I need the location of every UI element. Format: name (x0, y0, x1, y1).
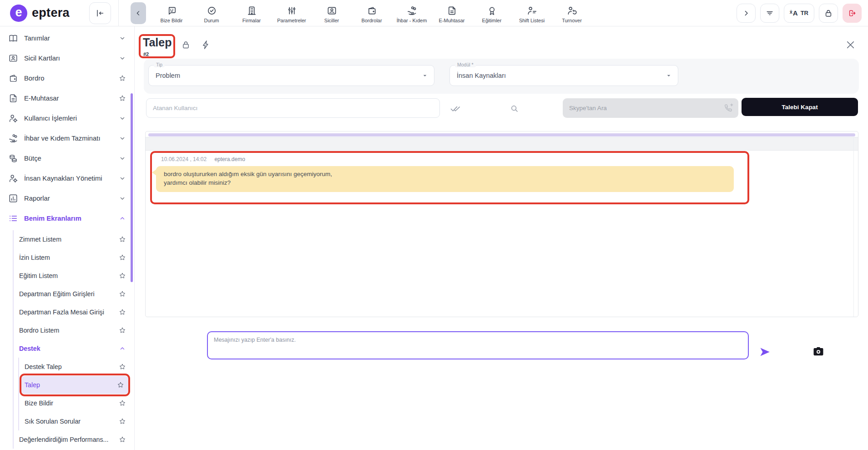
sidebar-item-bordro[interactable]: Bordro (0, 68, 134, 88)
chevron-down-icon[interactable] (119, 35, 126, 42)
menu-item-parametreler[interactable]: Parametreler (272, 3, 312, 23)
chat-face-icon (167, 5, 177, 16)
chat-scrollbar-track[interactable] (853, 137, 854, 317)
sidebar-item-departman-egitim-girisleri[interactable]: Departman Eğitim Girişleri (14, 285, 134, 303)
star-icon[interactable] (119, 95, 126, 102)
assigned-user-input[interactable] (146, 99, 439, 117)
star-icon[interactable] (119, 254, 126, 261)
star-icon[interactable] (119, 308, 126, 316)
menu-item-siciller[interactable]: Siciller (312, 3, 352, 23)
logout-icon (848, 9, 857, 18)
chevron-up-icon[interactable] (119, 215, 126, 222)
lock-icon[interactable] (181, 40, 191, 50)
logout-button[interactable] (843, 4, 862, 23)
sidebar-item-egitim-listem[interactable]: Eğitim Listem (14, 267, 134, 285)
star-icon[interactable] (119, 290, 126, 298)
star-icon[interactable] (119, 236, 126, 243)
panel-accent-bar (148, 133, 855, 137)
send-icon[interactable] (759, 346, 771, 358)
chevron-down-icon[interactable] (119, 175, 126, 182)
wallet-icon (8, 73, 18, 83)
search-icon[interactable] (510, 104, 519, 113)
menu-item-turnover[interactable]: Turnover (552, 3, 592, 23)
sidebar-item-departman-fazla-mesai-girisi[interactable]: Departman Fazla Mesai Girişi (14, 303, 134, 321)
id-card-icon (8, 53, 18, 63)
chevron-down-icon[interactable] (119, 115, 126, 122)
chevron-down-icon[interactable] (119, 195, 126, 202)
message-input[interactable] (208, 332, 748, 359)
double-check-icon[interactable] (450, 103, 461, 114)
award-icon (487, 5, 497, 16)
menu-item-e-muhtasar[interactable]: E-Muhtasar (432, 3, 472, 23)
phone-plus-icon (723, 103, 733, 113)
chevron-down-icon (665, 72, 672, 79)
star-icon[interactable] (119, 75, 126, 82)
sidebar-item-talep[interactable]: Talep (21, 376, 129, 394)
sidebar-item-bize-bildir[interactable]: Bize Bildir (19, 394, 134, 412)
language-button[interactable]: ẋA TR (784, 4, 814, 23)
hand-coins-icon (407, 5, 417, 16)
star-icon[interactable] (119, 399, 126, 407)
menu-item-egitimler[interactable]: Eğitimler (472, 3, 512, 23)
menu-scroll-left-button[interactable] (131, 2, 146, 24)
menu-item-bize-bildir[interactable]: Bize Bildir (151, 3, 192, 23)
star-icon[interactable] (119, 436, 126, 443)
menu-item-ihbar-kidem[interactable]: İhbar - Kıdem (392, 3, 432, 23)
coins-icon (8, 153, 18, 163)
sidebar-item-benim-ekranlarim[interactable]: Benim Ekranlarım (0, 208, 134, 228)
sidebar-item-zimmet-listem[interactable]: Zimmet Listem (14, 230, 134, 248)
sidebar-item-kullanici-islemleri[interactable]: Kullanıcı İşlemleri (0, 108, 134, 128)
sidebar-item-tanimlar[interactable]: Tanımlar (0, 28, 134, 48)
document-icon (8, 93, 18, 103)
menu-item-firmalar[interactable]: Firmalar (232, 3, 272, 23)
toolbar-right-actions: ẋA TR (737, 4, 868, 23)
menu-item-durum[interactable]: Durum (192, 3, 232, 23)
star-icon[interactable] (119, 327, 126, 334)
tip-select[interactable]: Tip Problem (148, 65, 434, 86)
my-screens-group: Zimmet Listem İzin Listem Eğitim Listem … (13, 230, 134, 449)
list-icon (8, 213, 18, 223)
modul-select[interactable]: Modül * İnsan Kaynakları (449, 65, 678, 86)
star-icon[interactable] (119, 418, 126, 425)
lightning-icon[interactable] (201, 40, 211, 50)
camera-icon[interactable] (812, 345, 825, 358)
sidebar-item-e-muhtasar[interactable]: E-Muhtasar (0, 88, 134, 108)
sidebar-collapse-button[interactable] (89, 2, 111, 24)
sidebar-item-raporlar[interactable]: Raporlar (0, 188, 134, 208)
sidebar-item-ihbar-ve-kidem[interactable]: İhbar ve Kıdem Tazminatı (0, 128, 134, 148)
chat-header-strip (146, 137, 858, 151)
sidebar-item-degerlendirdigim-performans[interactable]: Değerlendirdiğim Performans... (14, 430, 134, 449)
chevron-down-icon[interactable] (119, 155, 126, 162)
sidebar-item-destek-talep[interactable]: Destek Talep (19, 358, 134, 376)
message-meta: 10.06.2024 , 14:02 eptera.demo (161, 156, 245, 162)
assigned-user-field (146, 98, 440, 118)
page-title: Talep (143, 36, 172, 49)
sidebar-item-destek[interactable]: Destek (14, 339, 134, 358)
close-icon[interactable] (845, 39, 856, 51)
lock-screen-button[interactable] (819, 4, 838, 23)
sidebar-item-sicil-kartlari[interactable]: Sicil Kartları (0, 48, 134, 68)
menu-scroll-right-button[interactable] (737, 4, 756, 23)
star-icon[interactable] (119, 272, 126, 279)
star-icon[interactable] (119, 363, 126, 370)
chevron-down-icon[interactable] (119, 55, 126, 62)
chevron-right-icon (742, 9, 751, 18)
sidebar-item-insan-kaynaklari-yonetimi[interactable]: İnsan Kaynakları Yönetimi (0, 168, 134, 188)
sidebar-item-sik-sorulan-sorular[interactable]: Sık Sorulan Sorular (19, 412, 134, 430)
sidebar-item-izin-listem[interactable]: İzin Listem (14, 248, 134, 267)
sidebar-nav: Tanımlar Sicil Kartları Bordro E-Muhtasa… (0, 26, 134, 449)
chevron-down-icon[interactable] (119, 135, 126, 142)
filter-button[interactable] (760, 4, 779, 23)
star-icon[interactable] (117, 381, 124, 389)
id-card-icon (327, 5, 337, 16)
close-request-button[interactable]: Talebi Kapat (742, 98, 858, 116)
sidebar-scrollbar-thumb[interactable] (131, 93, 133, 282)
tip-label: Tip (154, 62, 165, 67)
sidebar-item-bordro-listem[interactable]: Bordro Listem (14, 321, 134, 339)
message-input-field (207, 331, 749, 359)
chevron-up-icon[interactable] (119, 345, 126, 352)
sidebar-item-butce[interactable]: Bütçe (0, 148, 134, 168)
menu-item-bordrolar[interactable]: Bordrolar (352, 3, 392, 23)
menu-item-shift-listesi[interactable]: Shift Listesi (512, 3, 552, 23)
skype-call-input[interactable] (563, 98, 738, 118)
